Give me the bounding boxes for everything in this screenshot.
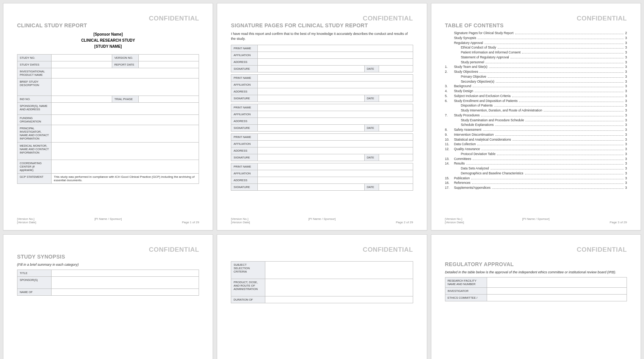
toc-entry: Patient Information and Informed Consent…: [445, 50, 627, 55]
toc-entry: Ethical Conduct of Study3: [445, 45, 627, 50]
page-title: STUDY SYNOPSIS: [17, 254, 199, 260]
synopsis-table: TITLE SPONSOR(S) NAME OF: [17, 270, 199, 296]
document-page-3: CONFIDENTIAL TABLE OF CONTENTS Signature…: [431, 3, 641, 230]
toc-entry: 6.Study Enrollment and Disposition of Pa…: [445, 99, 627, 103]
confidential-watermark: CONFIDENTIAL: [363, 15, 413, 22]
document-page-1: CONFIDENTIAL CLINICAL STUDY REPORT [Spon…: [3, 3, 213, 230]
sponsor-name: [Sponsor Name]: [17, 31, 199, 38]
toc-entry: Schedule Explanations3: [445, 122, 627, 127]
table-row: SPONSOR(S), NAME AND ADDRESS: [17, 103, 199, 115]
toc-entry: Protocol Deviation Table3: [445, 152, 627, 157]
document-page-6: CONFIDENTIAL REGULATORY APPROVAL Detaile…: [431, 234, 641, 359]
page-number: Page 3 of 29: [581, 221, 627, 224]
page-title: TABLE OF CONTENTS: [445, 22, 627, 28]
toc-entry: 4.Study Design3: [445, 89, 627, 94]
toc-entry: 13.Committees3: [445, 157, 627, 161]
toc-entry: 16.References3: [445, 180, 627, 185]
page-footer: [Version No.][PI Name / Sponsor] [Versio…: [231, 217, 413, 224]
toc-entry: 7.Study Procedures3: [445, 113, 627, 118]
table-row: MEDICAL MONITOR, NAME AND CONTACT INFORM…: [17, 143, 199, 160]
table-row: GCP STATEMENTThis study was performed in…: [17, 174, 199, 184]
signature-intro: I have read this report and confirm that…: [231, 31, 413, 41]
toc-entry: 2.Study Objectives3: [445, 69, 627, 74]
toc-entry: Demographics and Baseline Characteristic…: [445, 171, 627, 176]
table-row: INVESTIGATIONAL PRODUCT NAME: [17, 68, 199, 78]
table-row: INVESTIGATOR: [445, 288, 627, 295]
table-row: BRIEF STUDY DESCRIPTION: [17, 78, 199, 96]
signature-block: PRINT NAME AFFILIATION ADDRESS SIGNATURE…: [231, 163, 413, 191]
study-label: CLINICAL RESEARCH STUDY: [17, 38, 199, 44]
toc-entry: 11.Data Collection3: [445, 142, 627, 147]
toc-entry: 12.Quality Assurance3: [445, 147, 627, 152]
toc-entry: 14.Results3: [445, 161, 627, 166]
toc-entry: Study personnel3: [445, 60, 627, 65]
document-page-5: CONFIDENTIAL SUBJECT SELECTION CRITERIA …: [217, 234, 427, 359]
document-page-4: CONFIDENTIAL STUDY SYNOPSIS (Fill in a b…: [3, 234, 213, 359]
synopsis-continued-table: SUBJECT SELECTION CRITERIA PRODUCT, DOSE…: [231, 261, 413, 303]
toc-entry: Study Examination and Procedure Schedule…: [445, 118, 627, 123]
confidential-watermark: CONFIDENTIAL: [577, 246, 627, 254]
signature-block: PRINT NAME AFFILIATION ADDRESS SIGNATURE…: [231, 133, 413, 161]
synopsis-note: (Fill in a brief summary in each categor…: [17, 263, 199, 267]
toc-entry: 10.Statistical and Analytical Considerat…: [445, 137, 627, 142]
table-row: STUDY NO.VERSION NO.: [17, 55, 199, 61]
regulatory-note: Detailed in the table below is the appro…: [445, 270, 627, 274]
confidential-watermark: CONFIDENTIAL: [577, 15, 627, 22]
toc-entry: 5.Subject Inclusion and Exclusion Criter…: [445, 94, 627, 99]
toc-entry: 17.Supplements/Appendices3: [445, 185, 627, 190]
page-number: Page 1 of 29: [154, 221, 199, 224]
signature-block: PRINT NAME AFFILIATION ADDRESS SIGNATURE…: [231, 45, 413, 72]
signature-block: PRINT NAME AFFILIATION ADDRESS SIGNATURE…: [231, 74, 413, 102]
table-row: SUBJECT SELECTION CRITERIA: [231, 262, 413, 279]
toc-entry: 15.Publication3: [445, 176, 627, 181]
table-row: TITLE: [17, 270, 199, 277]
gcp-statement-text: This study was performed in compliance w…: [52, 174, 199, 184]
toc-entry: Data Sets Analyzed3: [445, 166, 627, 171]
study-header: [Sponsor Name] CLINICAL RESEARCH STUDY […: [17, 31, 199, 50]
page-title: REGULATORY APPROVAL: [445, 261, 627, 267]
toc-entry: Study Synopsis3: [445, 36, 627, 41]
document-page-2: CONFIDENTIAL SIGNATURE PAGES FOR CLINICA…: [217, 3, 427, 230]
toc-entry: Signature Pages for Clinical Study Repor…: [445, 31, 627, 36]
document-thumbnail-grid: CONFIDENTIAL CLINICAL STUDY REPORT [Spon…: [3, 3, 641, 359]
toc-entry: 1.Study Team and Site(s)3: [445, 64, 627, 69]
table-row: IND NO.TRIAL PHASE: [17, 96, 199, 103]
table-row: FUNDING ORGANIZATION: [17, 115, 199, 125]
signature-block: PRINT NAME AFFILIATION ADDRESS SIGNATURE…: [231, 104, 413, 132]
table-row: PRINCIPAL INVESTIGATOR, NAME AND CONTACT…: [17, 125, 199, 143]
table-row: SPONSOR(S): [17, 277, 199, 289]
confidential-watermark: CONFIDENTIAL: [149, 15, 199, 22]
table-row: DURATION OF: [231, 296, 413, 303]
toc-entry: Regulatory Approval3: [445, 41, 627, 45]
table-row: STUDY DATESREPORT DATE: [17, 61, 199, 68]
toc-entry: Secondary Objective(s)3: [445, 79, 627, 84]
study-info-table: STUDY NO.VERSION NO. STUDY DATESREPORT D…: [17, 54, 199, 184]
page-number: Page 2 of 29: [368, 221, 413, 224]
page-title: SIGNATURE PAGES FOR CLINICAL STUDY REPOR…: [231, 22, 413, 28]
page-footer: [Version No.][PI Name / Sponsor] [Versio…: [17, 217, 199, 224]
table-row: NAME OF: [17, 289, 199, 296]
signature-blocks: PRINT NAME AFFILIATION ADDRESS SIGNATURE…: [231, 45, 413, 191]
toc-entry: 3.Background3: [445, 84, 627, 89]
regulatory-table: RESEARCH FACILITY NAME AND NUMBER INVEST…: [445, 277, 627, 301]
toc-entry: Statement of Regulatory Approval3: [445, 55, 627, 60]
table-row: PRODUCT, DOSE, AND ROUTE OF ADMINISTRATI…: [231, 279, 413, 296]
table-row: COORDINATING CENTER (if applicable): [17, 160, 199, 174]
toc-entry: 8.Safety Assessment3: [445, 127, 627, 132]
table-of-contents: Signature Pages for Clinical Study Repor…: [445, 31, 627, 190]
table-row: RESEARCH FACILITY NAME AND NUMBER: [445, 277, 627, 288]
table-row: ETHICS COMMITTEE /: [445, 295, 627, 301]
toc-entry: 9.Intervention Discontinuation3: [445, 132, 627, 137]
page-footer: [Version No.][PI Name / Sponsor] [Versio…: [445, 217, 627, 224]
toc-entry: Study Intervention, Duration, and Route …: [445, 108, 627, 113]
confidential-watermark: CONFIDENTIAL: [363, 246, 413, 254]
toc-entry: Primary Objective3: [445, 74, 627, 79]
confidential-watermark: CONFIDENTIAL: [149, 246, 199, 254]
study-name: [STUDY NAME]: [17, 44, 199, 50]
page-title: CLINICAL STUDY REPORT: [17, 22, 199, 28]
toc-entry: Disposition of Patients3: [445, 103, 627, 108]
